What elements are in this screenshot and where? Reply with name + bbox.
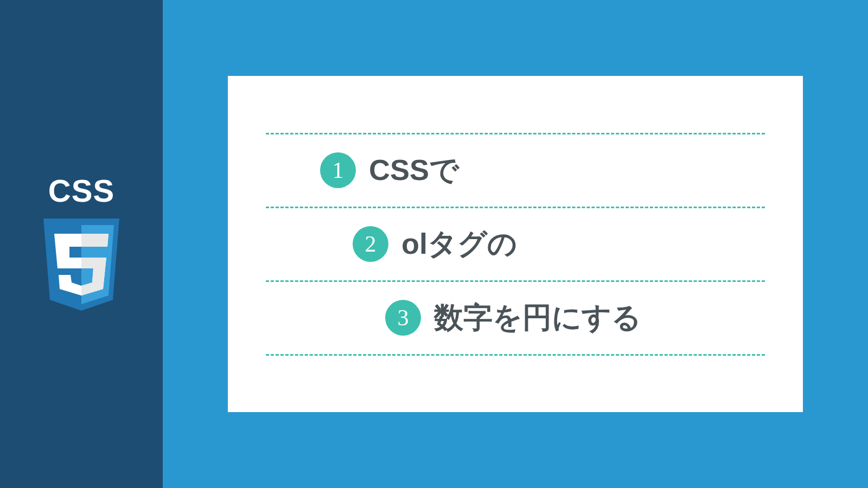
content-card: 1 CSSで 2 olタグの 3 数字を円にする — [228, 76, 803, 412]
number-badge: 3 — [385, 300, 421, 336]
list-item-text: 数字を円にする — [434, 298, 641, 338]
list-item-text: CSSで — [369, 151, 459, 190]
ordered-list: 1 CSSで 2 olタグの 3 数字を円にする — [266, 133, 765, 356]
list-item: 2 olタグの — [266, 207, 765, 280]
number-badge: 1 — [320, 152, 356, 188]
css-label: CSS — [48, 172, 114, 209]
sidebar: CSS — [0, 0, 163, 488]
list-item: 1 CSSで — [266, 133, 765, 207]
list-item: 3 数字を円にする — [266, 280, 765, 356]
number-badge: 2 — [353, 226, 388, 262]
svg-marker-3 — [81, 234, 108, 247]
main-area: 1 CSSで 2 olタグの 3 数字を円にする — [163, 0, 868, 488]
css3-logo-icon — [38, 219, 125, 316]
list-item-text: olタグの — [401, 224, 517, 264]
